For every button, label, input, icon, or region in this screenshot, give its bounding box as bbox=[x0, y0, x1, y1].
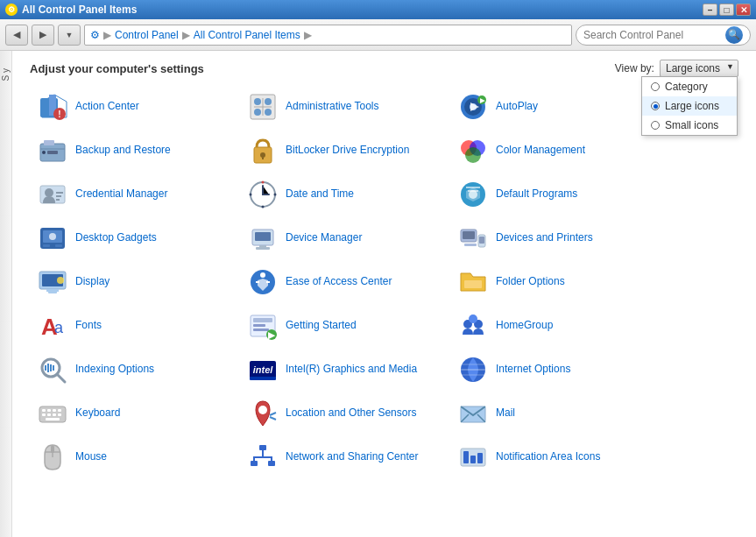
panel-item-internet[interactable]: Internet Options bbox=[450, 349, 661, 391]
panel-item-label: Folder Options bbox=[496, 275, 565, 289]
forward-button[interactable]: ▶ bbox=[32, 25, 54, 46]
panel-item-fonts[interactable]: A a Fonts bbox=[30, 305, 240, 347]
mail-icon bbox=[457, 398, 489, 429]
svg-rect-20 bbox=[262, 155, 264, 159]
search-button[interactable]: 🔍 bbox=[725, 26, 743, 44]
panel-item-ease-access[interactable]: Ease of Access Center bbox=[240, 261, 450, 303]
svg-rect-88 bbox=[463, 451, 469, 463]
svg-point-29 bbox=[250, 194, 252, 196]
panel-item-label: Fonts bbox=[75, 319, 102, 333]
radio-large-icons bbox=[651, 102, 660, 110]
indexing-icon bbox=[37, 354, 68, 385]
svg-rect-35 bbox=[43, 244, 50, 247]
svg-point-37 bbox=[49, 233, 56, 240]
panel-item-label: Display bbox=[75, 275, 110, 289]
svg-rect-89 bbox=[470, 456, 476, 463]
getting-started-icon: ▶ bbox=[247, 310, 279, 342]
default-programs-icon bbox=[457, 179, 489, 210]
mouse-icon bbox=[37, 442, 68, 473]
gadgets-icon bbox=[37, 223, 68, 254]
svg-rect-54 bbox=[464, 280, 482, 288]
panel-item-device-mgr[interactable]: Device Manager bbox=[240, 217, 450, 259]
panel-item-autoplay[interactable]: ▶ AutoPlay bbox=[450, 86, 661, 128]
panel-item-label: Keyboard bbox=[75, 406, 120, 420]
svg-point-16 bbox=[42, 151, 46, 154]
panel-item-default-programs[interactable]: Default Programs bbox=[450, 173, 661, 216]
svg-point-53 bbox=[260, 272, 265, 278]
panel-item-location[interactable]: Location and Other Sensors bbox=[240, 392, 450, 435]
svg-rect-80 bbox=[46, 418, 60, 420]
svg-rect-85 bbox=[251, 461, 258, 466]
panel-item-folder-options[interactable]: Folder Options bbox=[450, 261, 661, 303]
items-row: Desktop Gadgets Device Manager Devices a… bbox=[30, 217, 747, 259]
svg-rect-50 bbox=[46, 289, 59, 292]
intel-graphics-icon: intel bbox=[247, 354, 279, 385]
panel-item-intel-graphics[interactable]: intel Intel(R) Graphics and Media bbox=[240, 349, 450, 391]
svg-rect-79 bbox=[58, 413, 61, 416]
svg-rect-69 bbox=[250, 377, 276, 380]
panel-item-devices[interactable]: Devices and Printers bbox=[450, 217, 661, 259]
panel-item-label: Default Programs bbox=[496, 187, 577, 201]
admin-tools-icon bbox=[247, 91, 279, 123]
dropdown-item-category[interactable]: Category bbox=[642, 77, 737, 96]
dropdown-item-large-icons[interactable]: Large icons bbox=[642, 96, 737, 116]
panel-item-display[interactable]: Display bbox=[30, 261, 240, 303]
panel-item-bitlocker[interactable]: BitLocker Drive Encryption bbox=[240, 130, 450, 172]
svg-point-51 bbox=[57, 277, 64, 284]
window-title: All Control Panel Items bbox=[22, 4, 137, 16]
panel-item-network[interactable]: Network and Sharing Center bbox=[240, 436, 450, 478]
view-dropdown-value: Large icons bbox=[666, 62, 720, 74]
panel-item-action-center[interactable]: ! Action Center bbox=[30, 86, 240, 128]
svg-rect-78 bbox=[53, 413, 56, 416]
back-button[interactable]: ◀ bbox=[5, 25, 28, 46]
svg-rect-76 bbox=[42, 413, 46, 416]
view-by-label: View by: bbox=[615, 62, 654, 74]
breadcrumb-all-items[interactable]: All Control Panel Items bbox=[194, 29, 300, 41]
panel-item-notification[interactable]: Notification Area Icons bbox=[450, 436, 661, 478]
panel-item-color-mgmt[interactable]: Color Management bbox=[450, 130, 661, 172]
panel-item-credential[interactable]: Credential Manager bbox=[30, 173, 240, 216]
panel-item-label: Device Manager bbox=[286, 231, 362, 245]
devices-icon bbox=[457, 223, 489, 254]
svg-rect-72 bbox=[42, 409, 46, 412]
panel-item-label: Ease of Access Center bbox=[286, 275, 392, 289]
panel-item-label: Devices and Printers bbox=[496, 231, 593, 245]
svg-point-7 bbox=[265, 109, 272, 116]
main-area: S y Adjust your computer's settings View… bbox=[0, 51, 756, 537]
svg-rect-43 bbox=[463, 231, 475, 239]
action-center-icon: ! bbox=[37, 91, 68, 123]
svg-point-30 bbox=[274, 194, 277, 196]
panel-item-mouse[interactable]: Mouse bbox=[30, 436, 240, 478]
recent-button[interactable]: ▼ bbox=[58, 25, 81, 46]
panel-item-label: Date and Time bbox=[286, 187, 354, 201]
panel-item-getting-started[interactable]: ▶ Getting Started bbox=[240, 305, 450, 347]
panel-item-mail[interactable]: Mail bbox=[450, 392, 661, 435]
panel-item-backup[interactable]: Backup and Restore bbox=[30, 130, 240, 172]
svg-point-28 bbox=[262, 206, 265, 208]
credential-icon bbox=[37, 179, 68, 210]
keyboard-icon bbox=[37, 398, 68, 429]
svg-text:a: a bbox=[54, 319, 64, 336]
breadcrumb-home[interactable]: ⚙ bbox=[90, 29, 100, 41]
header-bar: Adjust your computer's settings View by:… bbox=[12, 51, 756, 81]
datetime-icon bbox=[247, 179, 279, 210]
panel-item-keyboard[interactable]: Keyboard bbox=[30, 392, 240, 435]
panel-item-indexing[interactable]: Indexing Options bbox=[30, 349, 240, 391]
search-input[interactable] bbox=[583, 29, 722, 41]
close-button[interactable]: ✕ bbox=[736, 4, 751, 16]
panel-item-admin-tools[interactable]: Administrative Tools bbox=[240, 86, 450, 128]
dropdown-item-small-icons[interactable]: Small icons bbox=[642, 116, 737, 135]
panel-item-datetime[interactable]: Date and Time bbox=[240, 173, 450, 216]
maximize-button[interactable]: □ bbox=[719, 4, 734, 16]
panel-item-gadgets[interactable]: Desktop Gadgets bbox=[30, 217, 240, 259]
notification-icon bbox=[457, 442, 489, 473]
dropdown-arrow-icon: ▼ bbox=[726, 62, 734, 71]
panel-item-homegroup[interactable]: HomeGroup bbox=[450, 305, 661, 347]
minimize-button[interactable]: – bbox=[703, 4, 717, 16]
svg-rect-15 bbox=[44, 140, 54, 145]
view-dropdown[interactable]: Large icons ▼ Category Large icons bbox=[660, 60, 738, 77]
breadcrumb-control-panel[interactable]: Control Panel bbox=[115, 29, 179, 41]
svg-point-25 bbox=[45, 188, 53, 197]
radio-small-icons bbox=[651, 121, 660, 130]
network-icon bbox=[247, 442, 279, 473]
